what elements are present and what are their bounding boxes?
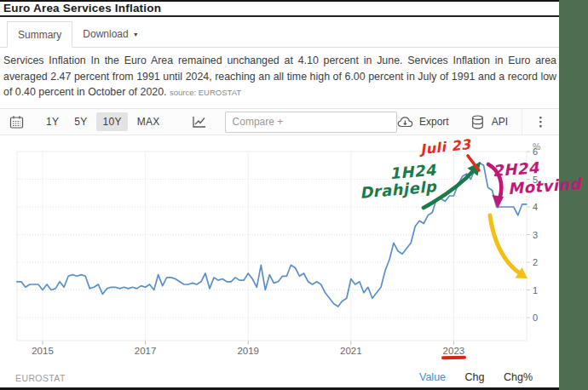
app-window: Euro Area Services Inflation Summary Dow… (0, 0, 588, 390)
axis-labels: 201520172019202120230123456% (32, 141, 540, 356)
export-button[interactable]: Export (397, 113, 449, 130)
tab-summary-label: Summary (18, 29, 61, 41)
svg-text:4: 4 (533, 202, 538, 212)
annotation-2h24: 2H24 (492, 158, 539, 180)
range-5y[interactable]: 5Y (68, 112, 93, 131)
range-1y[interactable]: 1Y (40, 112, 65, 131)
svg-text:0: 0 (533, 313, 538, 323)
compare-input[interactable] (225, 112, 397, 133)
tab-bar: Summary Download ▼ (0, 21, 559, 48)
summary-text: Services Inflation In the Euro Area rema… (3, 53, 556, 100)
more-options-button[interactable]: ⋮ (522, 109, 551, 135)
kebab-menu-icon: ⋮ (534, 114, 547, 129)
inflation-line-chart[interactable]: 201520172019202120230123456% (0, 136, 559, 368)
range-max[interactable]: MAX (131, 112, 166, 131)
svg-text:%: % (533, 141, 540, 152)
footer-source-label: EUROSTAT (15, 373, 66, 383)
chart-grid (17, 152, 530, 345)
svg-text:2023: 2023 (443, 346, 465, 356)
svg-text:1: 1 (533, 285, 538, 295)
footer-links: Value Chg Chg% (419, 371, 533, 383)
range-selector: 1Y 5Y 10Y MAX (38, 112, 168, 131)
top-border (0, 0, 559, 2)
api-button[interactable]: API (470, 113, 508, 130)
chg-pct-link[interactable]: Chg% (504, 371, 533, 383)
tab-download-label: Download (83, 28, 128, 40)
plot-border (17, 152, 527, 341)
chart-toolbar: 1Y 5Y 10Y MAX Export (0, 108, 559, 135)
svg-text:2019: 2019 (237, 346, 259, 356)
source-label: source: EUROSTAT (170, 88, 241, 97)
tab-download[interactable]: Download ▼ (72, 21, 148, 47)
range-10y[interactable]: 10Y (96, 112, 127, 131)
chg-link[interactable]: Chg (465, 371, 485, 383)
svg-text:2015: 2015 (32, 346, 54, 356)
title-divider (0, 15, 559, 17)
export-label: Export (419, 116, 449, 128)
calendar-icon[interactable] (9, 113, 25, 130)
database-icon (470, 113, 487, 130)
api-label: API (492, 116, 508, 128)
svg-text:3: 3 (533, 230, 538, 240)
svg-text:2017: 2017 (135, 346, 157, 356)
page-title: Euro Area Services Inflation (3, 2, 161, 14)
svg-text:2: 2 (533, 257, 538, 267)
annotation-arrow-yellow (490, 215, 527, 278)
services-inflation-series (17, 163, 527, 307)
tab-summary[interactable]: Summary (7, 21, 72, 48)
line-chart-icon[interactable] (192, 113, 208, 130)
value-link[interactable]: Value (419, 371, 446, 383)
cloud-download-icon (397, 113, 414, 130)
right-green-strip (559, 0, 588, 390)
chevron-down-icon: ▼ (133, 32, 139, 37)
annotation-2023-underline (441, 356, 466, 359)
svg-text:2021: 2021 (340, 346, 362, 356)
